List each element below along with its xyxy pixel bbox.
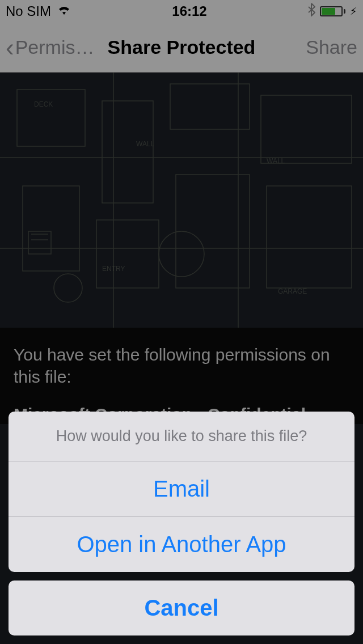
chevron-left-icon: ‹ xyxy=(6,35,14,60)
svg-text:DECK: DECK xyxy=(34,100,53,108)
svg-text:WALL: WALL xyxy=(136,140,155,148)
battery-icon xyxy=(320,6,345,16)
back-label: Permis… xyxy=(15,36,95,58)
carrier-text: No SIM xyxy=(6,3,51,19)
open-another-app-option[interactable]: Open in Another App xyxy=(9,517,354,572)
wifi-icon xyxy=(57,3,71,19)
bluetooth-icon xyxy=(307,3,315,20)
email-option[interactable]: Email xyxy=(9,461,354,517)
document-preview: WALL WALL ENTRY GARAGE DECK xyxy=(0,73,363,328)
status-left: No SIM xyxy=(6,3,71,19)
charging-icon: ⚡︎ xyxy=(350,5,357,18)
svg-rect-0 xyxy=(0,73,363,328)
svg-text:WALL: WALL xyxy=(267,157,285,165)
permissions-panel: You have set the following permissions o… xyxy=(0,328,363,424)
share-button[interactable]: Share xyxy=(306,36,357,58)
action-sheet-title: How would you like to share this file? xyxy=(9,412,354,461)
svg-text:ENTRY: ENTRY xyxy=(102,265,125,273)
action-sheet: How would you like to share this file? E… xyxy=(9,412,354,635)
nav-bar: ‹ Permis… Share Protected Share xyxy=(0,23,363,73)
svg-text:GARAGE: GARAGE xyxy=(278,287,307,295)
cancel-button[interactable]: Cancel xyxy=(9,581,354,635)
page-title: Share Protected xyxy=(108,36,256,58)
clock: 16:12 xyxy=(172,3,206,19)
status-right: ⚡︎ xyxy=(307,3,357,20)
action-sheet-group: How would you like to share this file? E… xyxy=(9,412,354,572)
back-button[interactable]: ‹ Permis… xyxy=(6,35,94,60)
status-bar: No SIM 16:12 ⚡︎ xyxy=(0,0,363,23)
permissions-intro: You have set the following permissions o… xyxy=(14,344,349,388)
